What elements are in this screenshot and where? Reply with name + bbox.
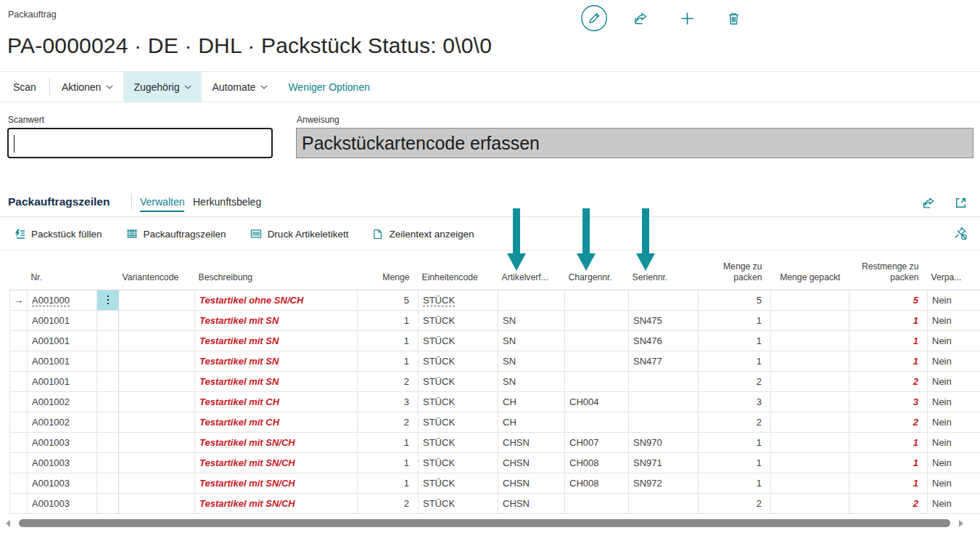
cell-menge[interactable]: 2 (358, 412, 419, 432)
cell-seriennr[interactable]: SN475 (629, 310, 699, 330)
cell-einheitencode[interactable]: STÜCK (419, 310, 498, 330)
cell-chargennr[interactable]: CH004 (565, 391, 629, 412)
cell-beschreibung[interactable]: Testartikel mit SN/CH (195, 452, 358, 473)
cell-einheitencode[interactable]: STÜCK (419, 452, 498, 473)
scanwert-input[interactable] (7, 128, 273, 158)
menu-item-weniger-optionen[interactable]: Weniger Optionen (278, 72, 380, 102)
row-context-menu-button[interactable] (97, 290, 118, 310)
packstueck-fuellen-button[interactable]: Packstück füllen (13, 227, 102, 240)
cell-restmenge[interactable]: 1 (849, 473, 928, 493)
column-header-menge[interactable]: Menge (358, 256, 419, 290)
menu-item-aktionen[interactable]: Aktionen (52, 72, 123, 102)
column-header-artikelverf[interactable]: Artikelverf... (498, 256, 565, 290)
cell-mengegepackt[interactable] (771, 351, 849, 371)
cell-variantencode[interactable] (119, 290, 195, 310)
zeilentext-anzeigen-button[interactable]: Zeilentext anzeigen (371, 228, 474, 240)
column-header-mengegepackt[interactable]: Menge gepackt (771, 256, 849, 290)
cell-sel[interactable] (10, 351, 28, 371)
cell-restmenge[interactable]: 2 (849, 371, 928, 391)
cell-artikelverf[interactable]: CH (498, 412, 565, 432)
cell-restmenge[interactable]: 1 (849, 432, 928, 452)
cell-menge[interactable]: 1 (358, 452, 419, 473)
cell-restmenge[interactable]: 5 (849, 290, 928, 310)
column-header-seriennr[interactable]: Seriennr. (629, 256, 699, 290)
cell-verpa[interactable]: Nein (928, 371, 980, 391)
cell-nr[interactable]: A001002 (28, 412, 97, 432)
cell-mengegepackt[interactable] (771, 452, 849, 473)
cell-beschreibung[interactable]: Testartikel mit SN/CH (195, 473, 358, 493)
share-icon[interactable] (627, 4, 654, 32)
cell-sel[interactable] (10, 391, 28, 412)
cell-beschreibung[interactable]: Testartikel mit SN (195, 330, 358, 351)
cell-menge[interactable]: 5 (358, 290, 419, 310)
cell-nr[interactable]: A001003 (28, 452, 97, 473)
scrollbar-thumb[interactable] (19, 519, 950, 527)
cell-restmenge[interactable]: 1 (849, 351, 928, 371)
cell-mengegepackt[interactable] (771, 412, 849, 432)
cell-seriennr[interactable]: SN970 (629, 432, 699, 452)
cell-seriennr[interactable] (629, 290, 699, 310)
cell-artikelverf[interactable]: CHSN (498, 452, 565, 473)
column-header-verpa[interactable]: Verpa... (928, 256, 980, 290)
cell-restmenge[interactable]: 1 (849, 310, 928, 330)
cell-nr[interactable]: A001003 (28, 473, 97, 493)
cell-mengezu_packen[interactable]: 1 (699, 473, 771, 493)
cell-sel[interactable] (10, 493, 28, 513)
cell-restmenge[interactable]: 2 (849, 493, 928, 513)
cell-mengezu_packen[interactable]: 1 (699, 452, 771, 473)
cell-mengegepackt[interactable] (771, 473, 849, 493)
cell-einheitencode[interactable]: STÜCK (419, 432, 498, 452)
cell-verpa[interactable]: Nein (928, 391, 980, 412)
cell-menu[interactable] (97, 330, 119, 351)
cell-sel[interactable] (10, 371, 28, 391)
cell-verpa[interactable]: Nein (928, 330, 980, 351)
cell-einheitencode[interactable]: STÜCK (419, 290, 498, 310)
cell-chargennr[interactable]: CH007 (565, 432, 629, 452)
cell-chargennr[interactable] (565, 290, 629, 310)
cell-sel[interactable] (10, 330, 28, 351)
trash-icon[interactable] (720, 4, 747, 32)
cell-mengegepackt[interactable] (771, 371, 849, 391)
cell-variantencode[interactable] (119, 412, 195, 432)
cell-artikelverf[interactable]: SN (498, 371, 565, 391)
cell-nr[interactable]: A001002 (28, 391, 97, 412)
tab-herkunftsbeleg[interactable]: Herkunftsbeleg (193, 196, 261, 208)
cell-mengegepackt[interactable] (771, 493, 849, 513)
cell-restmenge[interactable]: 1 (849, 330, 928, 351)
cell-verpa[interactable]: Nein (928, 310, 980, 330)
cell-artikelverf[interactable]: SN (498, 351, 565, 371)
cell-verpa[interactable]: Nein (928, 432, 980, 452)
cell-mengezu_packen[interactable]: 2 (699, 493, 771, 513)
cell-sel[interactable] (10, 473, 28, 493)
column-header-einheitencode[interactable]: Einheitencode (419, 256, 498, 290)
cell-sel[interactable] (10, 310, 28, 330)
cell-mengegepackt[interactable] (771, 391, 849, 412)
cell-chargennr[interactable] (565, 330, 629, 351)
cell-nr[interactable]: A001000 (28, 290, 97, 310)
cell-verpa[interactable]: Nein (928, 351, 980, 371)
selected-row-arrow-icon[interactable]: → (10, 290, 28, 310)
cell-nr[interactable]: A001003 (28, 493, 97, 513)
cell-variantencode[interactable] (119, 473, 195, 493)
cell-variantencode[interactable] (119, 310, 195, 330)
cell-einheitencode[interactable]: STÜCK (419, 412, 498, 432)
cell-einheitencode[interactable]: STÜCK (419, 351, 498, 371)
cell-einheitencode[interactable]: STÜCK (419, 493, 498, 513)
cell-verpa[interactable]: Nein (928, 493, 980, 513)
cell-artikelverf[interactable]: CHSN (498, 432, 565, 452)
cell-beschreibung[interactable]: Testartikel mit CH (195, 412, 358, 432)
edit-pencil-icon[interactable] (580, 4, 608, 32)
cell-variantencode[interactable] (119, 452, 195, 473)
menu-item-automate[interactable]: Automate (202, 72, 278, 102)
cell-artikelverf[interactable]: CH (498, 391, 565, 412)
cell-sel[interactable] (10, 412, 28, 432)
cell-einheitencode[interactable]: STÜCK (419, 473, 498, 493)
cell-variantencode[interactable] (119, 391, 195, 412)
cell-beschreibung[interactable]: Testartikel ohne SN/CH (195, 290, 358, 310)
cell-menu[interactable] (97, 432, 119, 452)
cell-menge[interactable]: 1 (358, 310, 419, 330)
cell-menu[interactable] (97, 290, 119, 310)
column-header-mengezu_packen[interactable]: Menge zu packen (699, 256, 771, 290)
scroll-left-arrow-icon[interactable] (6, 520, 10, 527)
cell-chargennr[interactable] (565, 351, 629, 371)
